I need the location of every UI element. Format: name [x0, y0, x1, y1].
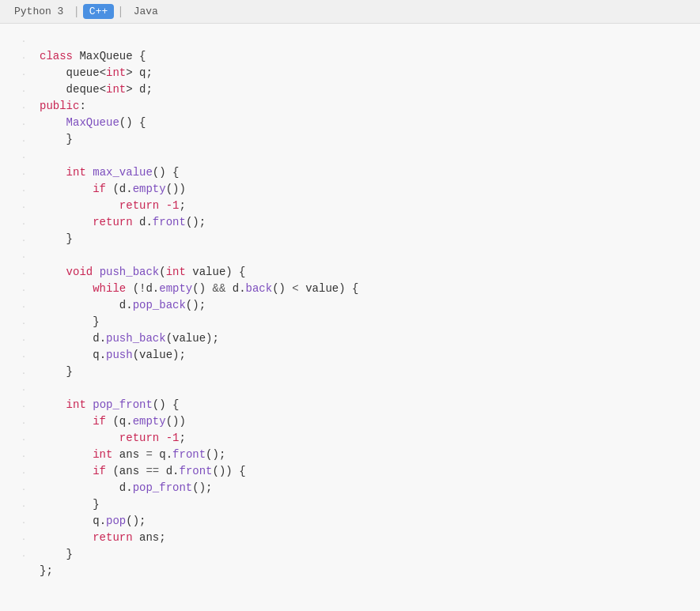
tab-bar: Python 3 | C++ | Java — [0, 0, 700, 24]
tab-python3[interactable]: Python 3 — [8, 4, 70, 19]
tab-separator-2: | — [117, 6, 123, 18]
tab-cpp[interactable]: C++ — [83, 4, 114, 19]
tab-separator-1: | — [73, 6, 79, 18]
code-block: class MaxQueue { queue<int> q; deque<int… — [40, 32, 684, 596]
tab-java[interactable]: Java — [127, 4, 165, 19]
code-container: · · · · · · · · · · · · · · · · · · · · … — [0, 24, 700, 611]
line-indicator: · · · · · · · · · · · · · · · · · · · · … — [16, 32, 32, 596]
